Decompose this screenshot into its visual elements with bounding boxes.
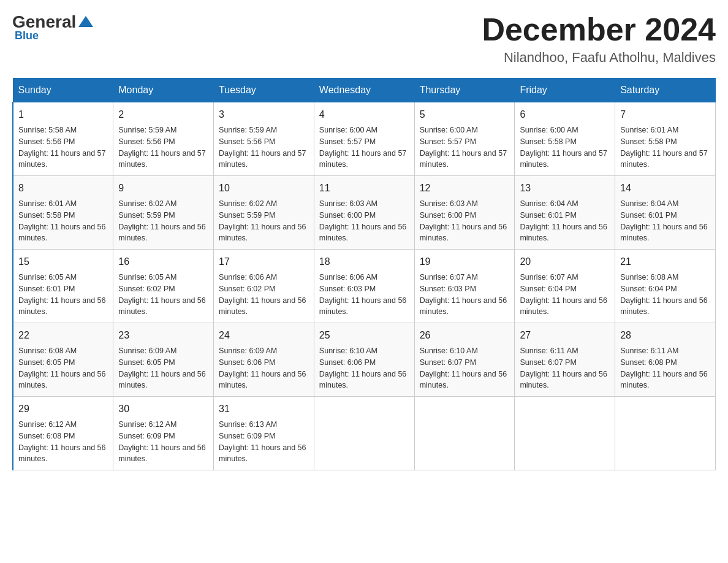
day-info: Sunrise: 6:05 AMSunset: 6:02 PMDaylight:… xyxy=(118,272,208,318)
calendar-cell: 18Sunrise: 6:06 AMSunset: 6:03 PMDayligh… xyxy=(314,250,414,323)
calendar-cell: 29Sunrise: 6:12 AMSunset: 6:08 PMDayligh… xyxy=(13,397,113,470)
calendar-cell: 27Sunrise: 6:11 AMSunset: 6:07 PMDayligh… xyxy=(515,323,615,397)
calendar-cell: 21Sunrise: 6:08 AMSunset: 6:04 PMDayligh… xyxy=(615,250,716,323)
day-info: Sunrise: 6:09 AMSunset: 6:06 PMDaylight:… xyxy=(219,345,309,391)
day-number: 9 xyxy=(118,181,208,196)
calendar-cell: 10Sunrise: 6:02 AMSunset: 5:59 PMDayligh… xyxy=(214,176,314,250)
day-number: 12 xyxy=(420,181,510,196)
day-number: 30 xyxy=(118,402,208,416)
calendar-cell: 31Sunrise: 6:13 AMSunset: 6:09 PMDayligh… xyxy=(214,397,314,470)
calendar-cell xyxy=(414,397,515,470)
calendar-cell: 23Sunrise: 6:09 AMSunset: 6:05 PMDayligh… xyxy=(113,323,214,397)
day-number: 1 xyxy=(18,107,108,122)
calendar-cell: 20Sunrise: 6:07 AMSunset: 6:04 PMDayligh… xyxy=(515,250,615,323)
day-info: Sunrise: 6:01 AMSunset: 5:58 PMDaylight:… xyxy=(620,124,710,170)
day-number: 16 xyxy=(118,255,208,269)
day-info: Sunrise: 6:04 AMSunset: 6:01 PMDaylight:… xyxy=(520,198,610,244)
calendar-cell: 5Sunrise: 6:00 AMSunset: 5:57 PMDaylight… xyxy=(414,102,515,176)
logo: General Blue xyxy=(12,12,94,42)
calendar-cell: 17Sunrise: 6:06 AMSunset: 6:02 PMDayligh… xyxy=(214,250,314,323)
day-info: Sunrise: 6:09 AMSunset: 6:05 PMDaylight:… xyxy=(118,345,208,391)
calendar-cell: 13Sunrise: 6:04 AMSunset: 6:01 PMDayligh… xyxy=(515,176,615,250)
day-number: 6 xyxy=(520,107,610,122)
day-info: Sunrise: 6:04 AMSunset: 6:01 PMDaylight:… xyxy=(620,198,710,244)
location-text: Nilandhoo, Faafu Atholhu, Maldives xyxy=(482,50,716,66)
calendar-cell: 28Sunrise: 6:11 AMSunset: 6:08 PMDayligh… xyxy=(615,323,716,397)
day-info: Sunrise: 6:00 AMSunset: 5:57 PMDaylight:… xyxy=(420,124,510,170)
calendar-table: SundayMondayTuesdayWednesdayThursdayFrid… xyxy=(12,78,716,470)
calendar-cell: 24Sunrise: 6:09 AMSunset: 6:06 PMDayligh… xyxy=(214,323,314,397)
calendar-cell: 9Sunrise: 6:02 AMSunset: 5:59 PMDaylight… xyxy=(113,176,214,250)
day-info: Sunrise: 6:03 AMSunset: 6:00 PMDaylight:… xyxy=(319,198,409,244)
day-number: 25 xyxy=(319,328,409,343)
page-header: General Blue December 2024 Nilandhoo, Fa… xyxy=(12,12,716,66)
day-number: 4 xyxy=(319,107,409,122)
day-number: 19 xyxy=(420,255,510,269)
day-info: Sunrise: 6:08 AMSunset: 6:04 PMDaylight:… xyxy=(620,272,710,318)
day-info: Sunrise: 5:58 AMSunset: 5:56 PMDaylight:… xyxy=(18,124,108,170)
calendar-cell xyxy=(314,397,414,470)
day-number: 10 xyxy=(219,181,309,196)
day-info: Sunrise: 6:06 AMSunset: 6:03 PMDaylight:… xyxy=(319,272,409,318)
calendar-cell: 3Sunrise: 5:59 AMSunset: 5:56 PMDaylight… xyxy=(214,102,314,176)
day-info: Sunrise: 6:01 AMSunset: 5:58 PMDaylight:… xyxy=(18,198,108,244)
calendar-cell: 8Sunrise: 6:01 AMSunset: 5:58 PMDaylight… xyxy=(13,176,113,250)
day-number: 17 xyxy=(219,255,309,269)
day-number: 27 xyxy=(520,328,610,343)
day-info: Sunrise: 6:13 AMSunset: 6:09 PMDaylight:… xyxy=(219,419,309,465)
day-number: 7 xyxy=(620,107,710,122)
day-number: 24 xyxy=(219,328,309,343)
calendar-cell: 16Sunrise: 6:05 AMSunset: 6:02 PMDayligh… xyxy=(113,250,214,323)
calendar-week-2: 8Sunrise: 6:01 AMSunset: 5:58 PMDaylight… xyxy=(13,176,716,250)
header-monday: Monday xyxy=(113,79,214,102)
day-number: 28 xyxy=(620,328,710,343)
weekday-header-row: SundayMondayTuesdayWednesdayThursdayFrid… xyxy=(13,79,716,102)
day-number: 18 xyxy=(319,255,409,269)
calendar-cell: 11Sunrise: 6:03 AMSunset: 6:00 PMDayligh… xyxy=(314,176,414,250)
calendar-cell: 14Sunrise: 6:04 AMSunset: 6:01 PMDayligh… xyxy=(615,176,716,250)
calendar-cell: 7Sunrise: 6:01 AMSunset: 5:58 PMDaylight… xyxy=(615,102,716,176)
header-saturday: Saturday xyxy=(615,79,716,102)
day-info: Sunrise: 6:11 AMSunset: 6:07 PMDaylight:… xyxy=(520,345,610,391)
header-wednesday: Wednesday xyxy=(314,79,414,102)
day-info: Sunrise: 6:05 AMSunset: 6:01 PMDaylight:… xyxy=(18,272,108,318)
day-number: 3 xyxy=(219,107,309,122)
day-number: 20 xyxy=(520,255,610,269)
day-info: Sunrise: 6:07 AMSunset: 6:03 PMDaylight:… xyxy=(420,272,510,318)
day-number: 23 xyxy=(118,328,208,343)
logo-sub-text: Blue xyxy=(15,29,39,42)
title-section: December 2024 Nilandhoo, Faafu Atholhu, … xyxy=(482,12,716,66)
calendar-cell: 26Sunrise: 6:10 AMSunset: 6:07 PMDayligh… xyxy=(414,323,515,397)
day-number: 21 xyxy=(620,255,710,269)
day-info: Sunrise: 6:03 AMSunset: 6:00 PMDaylight:… xyxy=(420,198,510,244)
day-number: 15 xyxy=(18,255,108,269)
day-info: Sunrise: 6:02 AMSunset: 5:59 PMDaylight:… xyxy=(219,198,309,244)
calendar-cell: 4Sunrise: 6:00 AMSunset: 5:57 PMDaylight… xyxy=(314,102,414,176)
day-info: Sunrise: 6:12 AMSunset: 6:09 PMDaylight:… xyxy=(118,419,208,465)
calendar-cell: 30Sunrise: 6:12 AMSunset: 6:09 PMDayligh… xyxy=(113,397,214,470)
day-info: Sunrise: 6:12 AMSunset: 6:08 PMDaylight:… xyxy=(18,419,108,465)
calendar-cell: 19Sunrise: 6:07 AMSunset: 6:03 PMDayligh… xyxy=(414,250,515,323)
day-info: Sunrise: 6:11 AMSunset: 6:08 PMDaylight:… xyxy=(620,345,710,391)
day-info: Sunrise: 6:08 AMSunset: 6:05 PMDaylight:… xyxy=(18,345,108,391)
calendar-week-1: 1Sunrise: 5:58 AMSunset: 5:56 PMDaylight… xyxy=(13,102,716,176)
month-title: December 2024 xyxy=(482,12,716,47)
day-number: 31 xyxy=(219,402,309,416)
svg-marker-0 xyxy=(78,16,93,27)
day-info: Sunrise: 6:07 AMSunset: 6:04 PMDaylight:… xyxy=(520,272,610,318)
day-info: Sunrise: 6:02 AMSunset: 5:59 PMDaylight:… xyxy=(118,198,208,244)
calendar-cell xyxy=(615,397,716,470)
calendar-week-5: 29Sunrise: 6:12 AMSunset: 6:08 PMDayligh… xyxy=(13,397,716,470)
day-info: Sunrise: 5:59 AMSunset: 5:56 PMDaylight:… xyxy=(118,124,208,170)
day-info: Sunrise: 6:00 AMSunset: 5:58 PMDaylight:… xyxy=(520,124,610,170)
header-thursday: Thursday xyxy=(414,79,515,102)
logo-icon xyxy=(77,13,94,31)
day-number: 11 xyxy=(319,181,409,196)
calendar-cell: 1Sunrise: 5:58 AMSunset: 5:56 PMDaylight… xyxy=(13,102,113,176)
day-number: 13 xyxy=(520,181,610,196)
calendar-cell: 6Sunrise: 6:00 AMSunset: 5:58 PMDaylight… xyxy=(515,102,615,176)
day-info: Sunrise: 6:10 AMSunset: 6:06 PMDaylight:… xyxy=(319,345,409,391)
calendar-cell: 22Sunrise: 6:08 AMSunset: 6:05 PMDayligh… xyxy=(13,323,113,397)
day-info: Sunrise: 6:10 AMSunset: 6:07 PMDaylight:… xyxy=(420,345,510,391)
calendar-cell xyxy=(515,397,615,470)
